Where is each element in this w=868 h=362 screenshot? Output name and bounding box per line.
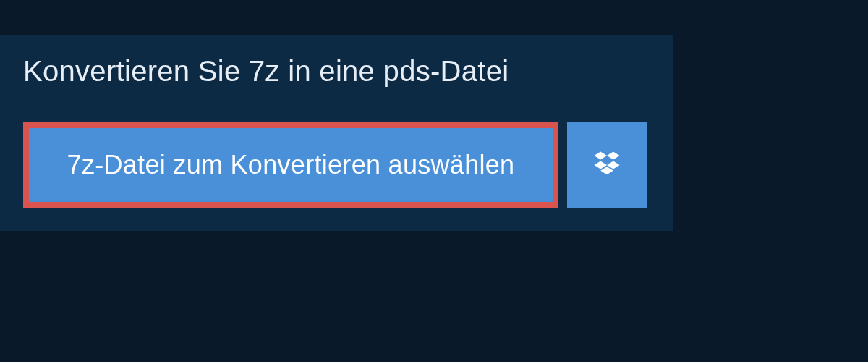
page-title: Konvertieren Sie 7z in eine pds-Datei xyxy=(23,55,650,88)
select-file-button[interactable]: 7z-Datei zum Konvertieren auswählen xyxy=(23,122,558,208)
dropbox-button[interactable] xyxy=(567,122,647,208)
select-file-button-label: 7z-Datei zum Konvertieren auswählen xyxy=(67,150,515,180)
converter-panel: Konvertieren Sie 7z in eine pds-Datei 7z… xyxy=(0,35,673,231)
dropbox-icon xyxy=(591,148,623,182)
button-row: 7z-Datei zum Konvertieren auswählen xyxy=(0,122,673,208)
title-bar: Konvertieren Sie 7z in eine pds-Datei xyxy=(0,35,673,108)
